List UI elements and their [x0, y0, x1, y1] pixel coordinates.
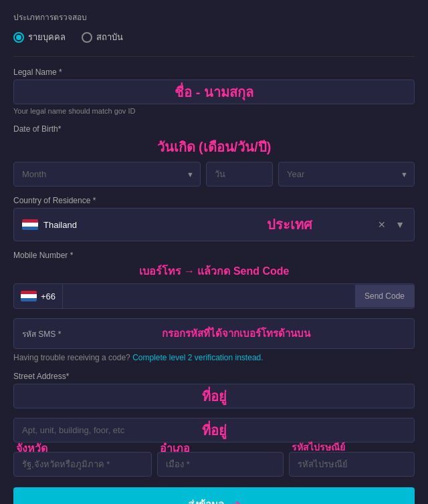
radio-institution[interactable]: สถาบัน	[82, 30, 123, 44]
trouble-link[interactable]: Complete level 2 verification instead.	[132, 353, 263, 362]
dob-month-select[interactable]: Month JanuaryFebruaryMarch AprilMayJune …	[13, 162, 201, 186]
street-wrapper: ที่อยู่	[13, 384, 415, 408]
dob-year-select[interactable]: Year	[278, 162, 415, 186]
legal-name-wrapper: ชื่อ - นามสกุล	[13, 80, 415, 104]
city-wrapper: อำเภอ	[157, 452, 283, 477]
sms-overlay: กรอกรหัสที่ได้จากเบอร์โทรด้านบน	[66, 326, 406, 342]
mobile-group: Mobile Number * เบอร์โทร → แล้วกด Send C…	[13, 251, 415, 309]
city-input[interactable]	[157, 452, 283, 477]
apt-input[interactable]	[13, 418, 415, 443]
trouble-prefix: Having trouble receiving a code?	[13, 353, 130, 362]
dob-label: Date of Birth*	[13, 124, 415, 134]
country-name: Thailand	[43, 220, 204, 230]
country-group: Country of Residence * Thailand ประเทศ ✕…	[13, 196, 415, 241]
phone-flag-code: +66	[14, 284, 63, 308]
radio-individual[interactable]: รายบุคคล	[13, 30, 66, 44]
apt-group: ที่อยู่	[13, 418, 415, 443]
submit-label: ส่งข้อมูล	[188, 497, 224, 504]
mobile-label: Mobile Number *	[13, 251, 415, 260]
radio-label-institution: สถาบัน	[96, 30, 123, 44]
legal-name-group: Legal Name * ชื่อ - นามสกุล Your legal n…	[13, 68, 415, 115]
street-label: Street Address*	[13, 372, 415, 381]
dob-row: Month JanuaryFebruaryMarch AprilMayJune …	[13, 162, 415, 186]
state-input[interactable]	[13, 452, 152, 477]
phone-flag-icon	[21, 291, 37, 301]
street-group: Street Address* ที่อยู่	[13, 372, 415, 408]
sms-field-wrapper: รหัส SMS * กรอกรหัสที่ได้จากเบอร์โทรด้าน…	[13, 318, 415, 349]
divider	[13, 56, 415, 57]
country-selector[interactable]: Thailand ประเทศ ✕ ▼	[13, 208, 415, 241]
state-wrapper: จังหวัด	[13, 452, 152, 477]
dob-overlay: วันเกิด (เดือน/วัน/ปี)	[13, 136, 415, 158]
phone-code-text: +66	[41, 291, 56, 301]
mobile-overlay: เบอร์โทร → แล้วกด Send Code	[13, 263, 415, 279]
send-code-button[interactable]: Send Code	[355, 285, 414, 307]
radio-group: รายบุคคล สถาบัน	[13, 30, 415, 44]
sms-group: รหัส SMS * กรอกรหัสที่ได้จากเบอร์โทรด้าน…	[13, 318, 415, 362]
section-title: ประเภทการตรวจสอบ	[13, 11, 415, 23]
dob-day-wrapper	[206, 162, 273, 186]
country-overlay: ประเทศ	[209, 214, 370, 235]
dob-day-input[interactable]	[206, 162, 273, 186]
postal-wrapper: รหัสไปรษณีย์	[289, 452, 415, 477]
country-chevron-icon: ▼	[394, 219, 406, 230]
arrow-right-icon: ➜	[231, 497, 241, 504]
submit-button[interactable]: ส่งข้อมูล ➜	[13, 487, 415, 504]
dob-year-wrapper: Year ▼	[278, 162, 415, 186]
radio-label-individual: รายบุคคล	[28, 30, 66, 44]
postal-col: รหัสไปรษณีย์	[289, 452, 415, 477]
city-col: อำเภอ	[157, 452, 283, 477]
phone-row: +66 Send Code	[13, 283, 415, 309]
postal-input[interactable]	[289, 452, 415, 477]
apt-wrapper: ที่อยู่	[13, 418, 415, 443]
dob-month-wrapper: Month JanuaryFebruaryMarch AprilMayJune …	[13, 162, 201, 186]
country-label: Country of Residence *	[13, 196, 415, 205]
flag-icon-th	[22, 219, 38, 230]
country-clear-icon[interactable]: ✕	[375, 219, 389, 230]
page-container: ประเภทการตรวจสอบ รายบุคคล สถาบัน Legal N…	[0, 0, 428, 504]
legal-name-label: Legal Name *	[13, 68, 415, 77]
legal-name-input[interactable]	[13, 80, 415, 104]
trouble-text: Having trouble receiving a code? Complet…	[13, 353, 415, 362]
legal-name-hint: Your legal name should match gov ID	[13, 107, 415, 115]
dob-group: Date of Birth* วันเกิด (เดือน/วัน/ปี) Mo…	[13, 124, 415, 186]
radio-circle-institution[interactable]	[82, 32, 92, 43]
sms-label: รหัส SMS *	[22, 328, 66, 340]
street-input[interactable]	[13, 384, 415, 408]
phone-input[interactable]	[63, 285, 355, 308]
address-row: จังหวัด อำเภอ รหัสไปรษณีย์	[13, 452, 415, 477]
state-col: จังหวัด	[13, 452, 152, 477]
radio-circle-individual[interactable]	[13, 32, 24, 43]
